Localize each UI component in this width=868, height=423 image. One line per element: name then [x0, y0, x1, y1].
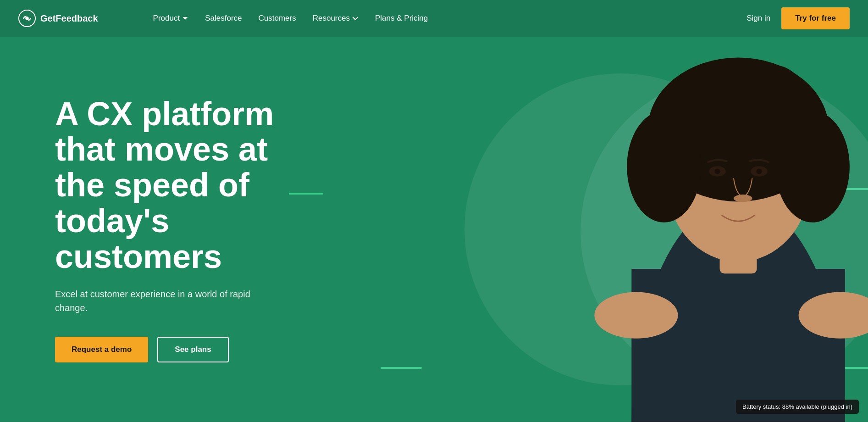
hero-buttons: Request a demo See plans — [55, 337, 312, 362]
svg-rect-4 — [631, 269, 845, 422]
logo-icon — [18, 10, 36, 27]
svg-point-20 — [594, 292, 678, 339]
chevron-down-icon — [182, 15, 188, 22]
hero-image — [347, 37, 868, 422]
svg-point-19 — [734, 195, 752, 202]
svg-point-14 — [766, 83, 821, 134]
try-free-button[interactable]: Try for free — [781, 7, 850, 29]
hero-section: A CX platform that moves at the speed of… — [0, 37, 868, 422]
logo[interactable]: GetFeedback — [18, 10, 98, 27]
svg-point-18 — [756, 168, 762, 174]
sign-in-button[interactable]: Sign in — [746, 14, 770, 23]
nav-actions: Sign in Try for free — [746, 7, 850, 29]
request-demo-button[interactable]: Request a demo — [55, 337, 148, 362]
svg-point-1 — [25, 17, 29, 20]
hero-content: A CX platform that moves at the speed of… — [0, 96, 312, 363]
hero-person-svg — [543, 37, 868, 422]
nav-item-salesforce[interactable]: Salesforce — [205, 14, 242, 23]
hero-title: A CX platform that moves at the speed of… — [55, 96, 312, 275]
nav-item-plans-pricing[interactable]: Plans & Pricing — [375, 14, 428, 23]
logo-text: GetFeedback — [40, 13, 98, 24]
nav-links: Product Salesforce Customers Resources P… — [153, 14, 747, 23]
nav-item-resources[interactable]: Resources — [313, 14, 359, 23]
nav-item-product[interactable]: Product — [153, 14, 189, 23]
hero-subtitle: Excel at customer experience in a world … — [55, 287, 275, 315]
battery-status-toast: Battery status: 88% available (plugged i… — [736, 400, 859, 414]
svg-point-12 — [701, 62, 775, 113]
see-plans-button[interactable]: See plans — [157, 337, 228, 362]
navbar: GetFeedback Product Salesforce Customers… — [0, 0, 868, 37]
nav-item-customers[interactable]: Customers — [259, 14, 296, 23]
svg-point-17 — [714, 168, 720, 174]
svg-point-13 — [654, 85, 710, 136]
chevron-down-icon — [352, 15, 359, 22]
